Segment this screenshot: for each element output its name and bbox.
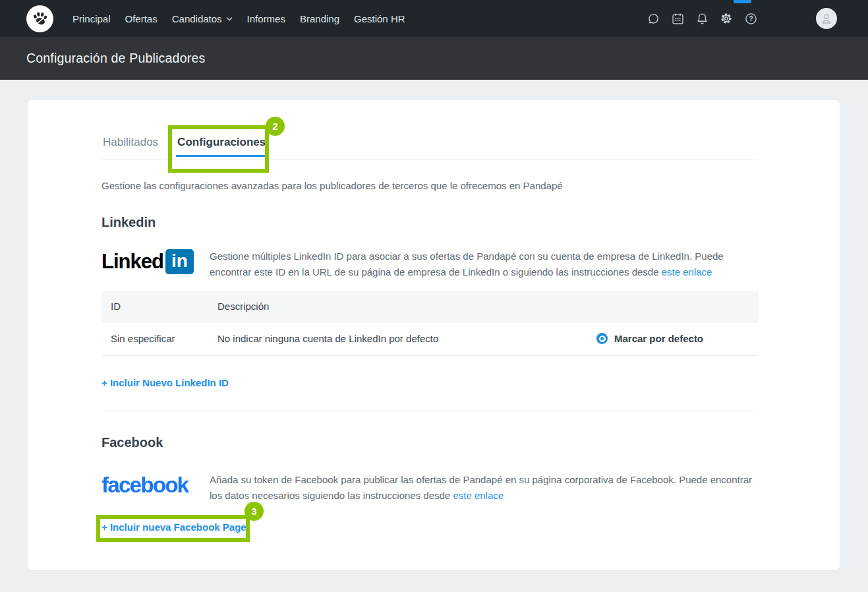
nav-item-label: Gestión HR bbox=[354, 13, 405, 24]
section-divider bbox=[101, 411, 759, 411]
gear-icon[interactable] bbox=[718, 11, 734, 26]
nav-bar: Principal Ofertas Candidatos Informes Br… bbox=[0, 0, 868, 37]
linkedin-help-link[interactable]: este enlace bbox=[662, 266, 712, 278]
tab-habilitados[interactable]: Habilitados bbox=[101, 136, 159, 160]
linkedin-logo: Linked in bbox=[101, 248, 210, 280]
bell-icon[interactable] bbox=[694, 11, 710, 26]
linkedin-logo-word: Linked bbox=[101, 250, 163, 274]
linkedin-description: Gestione múltiples LinkedIn ID para asoc… bbox=[210, 248, 757, 280]
nav-item-ofertas[interactable]: Ofertas bbox=[118, 0, 165, 37]
avatar[interactable] bbox=[816, 8, 837, 29]
default-radio-group: Marcar por defecto bbox=[589, 333, 759, 344]
facebook-info-row: facebook Añada su token de Facebook para… bbox=[101, 471, 759, 504]
tab-configuraciones[interactable]: Configuraciones bbox=[176, 136, 267, 160]
table-row: Sin especificar No indicar ninguna cuent… bbox=[101, 322, 759, 355]
linkedin-heading: Linkedin bbox=[101, 215, 759, 230]
brand-logo[interactable] bbox=[26, 5, 53, 32]
facebook-logo: facebook bbox=[101, 471, 210, 504]
nav-item-principal[interactable]: Principal bbox=[65, 0, 118, 37]
paw-icon bbox=[31, 10, 49, 28]
linkedin-section: Linkedin Linked in Gestione múltiples Li… bbox=[101, 215, 759, 389]
nav-item-gestion-hr[interactable]: Gestión HR bbox=[347, 0, 413, 37]
person-icon bbox=[819, 11, 834, 26]
nav-item-candidatos[interactable]: Candidatos bbox=[165, 0, 240, 37]
table-header-default bbox=[589, 291, 759, 322]
nav-item-label: Principal bbox=[72, 13, 111, 24]
help-icon[interactable]: ? bbox=[743, 11, 759, 26]
linkedin-table: ID Descripción Sin especificar No indica… bbox=[101, 291, 759, 356]
table-header-id: ID bbox=[101, 291, 217, 322]
nav-item-label: Branding bbox=[300, 13, 339, 24]
linkedin-description-text: Gestione múltiples LinkedIn ID para asoc… bbox=[210, 251, 724, 278]
facebook-logo-word: facebook bbox=[101, 473, 188, 498]
table-header-row: ID Descripción bbox=[101, 291, 759, 322]
page-title: Configuración de Publicadores bbox=[26, 51, 205, 66]
content-card: Habilitados Configuraciones Gestione las… bbox=[28, 100, 840, 570]
nav-item-informes[interactable]: Informes bbox=[240, 0, 293, 37]
nav-item-label: Informes bbox=[247, 13, 285, 24]
chevron-down-icon bbox=[226, 16, 233, 21]
facebook-section: Facebook facebook Añada su token de Face… bbox=[101, 435, 759, 533]
page-title-bar: Configuración de Publicadores bbox=[0, 37, 868, 80]
nav-item-branding[interactable]: Branding bbox=[293, 0, 347, 37]
nav-item-label: Candidatos bbox=[172, 13, 222, 24]
calendar-icon[interactable] bbox=[670, 11, 685, 26]
nav-icons: ? bbox=[645, 8, 837, 29]
facebook-help-link[interactable]: este enlace bbox=[453, 490, 504, 501]
add-linkedin-id-link[interactable]: + Incluir Nuevo LinkedIn ID bbox=[101, 377, 229, 388]
facebook-description: Añada su token de Facebook para publicar… bbox=[210, 471, 757, 504]
chat-icon[interactable] bbox=[645, 11, 661, 26]
gear-active-indicator bbox=[734, 0, 751, 3]
nav-item-label: Ofertas bbox=[125, 13, 158, 24]
radio-label: Marcar por defecto bbox=[614, 333, 703, 344]
facebook-heading: Facebook bbox=[101, 435, 759, 450]
table-header-description: Descripción bbox=[217, 291, 589, 322]
tabs: Habilitados Configuraciones bbox=[101, 136, 759, 160]
default-radio[interactable] bbox=[596, 333, 608, 344]
svg-text:?: ? bbox=[749, 15, 753, 22]
linkedin-logo-in-badge: in bbox=[165, 249, 194, 274]
cell-id: Sin especificar bbox=[101, 322, 217, 355]
main-nav: Principal Ofertas Candidatos Informes Br… bbox=[65, 0, 413, 37]
linkedin-info-row: Linked in Gestione múltiples LinkedIn ID… bbox=[101, 248, 759, 280]
add-facebook-page-link[interactable]: + Incluir nueva Facebook Page bbox=[101, 521, 246, 533]
cell-description: No indicar ninguna cuenta de LinkedIn po… bbox=[217, 322, 589, 355]
intro-text: Gestione las configuraciones avanzadas p… bbox=[101, 180, 759, 191]
